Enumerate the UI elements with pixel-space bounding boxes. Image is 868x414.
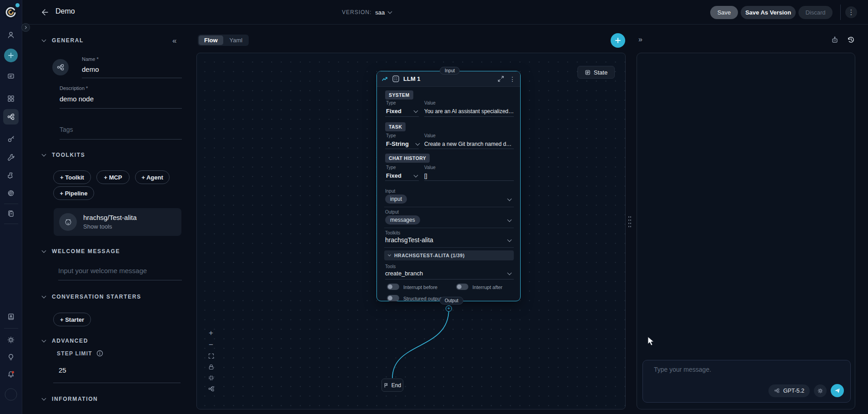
task-type-select[interactable]: F-String — [386, 140, 409, 147]
create-new-button[interactable] — [4, 49, 18, 62]
notification-dot — [12, 371, 14, 373]
node-menu-icon[interactable]: ⋮ — [509, 75, 516, 83]
assistant-icon[interactable] — [831, 36, 839, 44]
tab-flow[interactable]: Flow — [199, 35, 223, 45]
sidebar-item-collections[interactable] — [7, 189, 15, 197]
section-general-label: GENERAL — [52, 37, 84, 44]
chevron-down-icon[interactable] — [507, 197, 512, 201]
node-input-handle[interactable]: Input — [440, 67, 460, 75]
section-information[interactable]: INFORMATION — [42, 396, 98, 402]
sidebar-item-artifacts[interactable] — [7, 209, 15, 218]
config-sidebar: « GENERAL Name * Description * TOOLKITS … — [22, 25, 191, 414]
toolkit-group-header[interactable]: HRACHSGTEST-ALITA (1/39) — [384, 250, 514, 260]
section-information-label: INFORMATION — [52, 396, 98, 402]
sidebar-item-chats[interactable] — [7, 72, 15, 80]
add-toolkit-button[interactable]: + Toolkit — [53, 170, 91, 184]
show-tools-link[interactable]: Show tools — [83, 223, 112, 230]
sidebar-item-apps[interactable] — [7, 95, 15, 103]
send-button[interactable] — [831, 384, 844, 397]
chevron-down-icon[interactable] — [414, 173, 418, 178]
interrupt-before-toggle[interactable] — [387, 284, 399, 290]
back-button[interactable] — [38, 6, 50, 18]
save-button[interactable]: Save — [710, 6, 738, 19]
structured-output-toggle[interactable] — [387, 295, 399, 301]
fit-view-button[interactable] — [208, 374, 215, 381]
chevron-down-icon[interactable] — [414, 109, 418, 113]
system-value-field[interactable]: You are an AI assistant specialized in … — [424, 108, 514, 115]
state-button[interactable]: State — [577, 66, 615, 79]
history-icon[interactable] — [847, 35, 855, 44]
sidebar-item-profile[interactable] — [7, 31, 15, 39]
tools-select[interactable]: create_branch — [385, 270, 423, 277]
save-as-version-button[interactable]: Save As Version — [741, 6, 796, 19]
step-limit-field[interactable] — [59, 366, 177, 374]
chevron-down-icon[interactable] — [416, 141, 420, 146]
tags-field[interactable] — [60, 126, 180, 133]
chevron-down-icon[interactable] — [507, 218, 512, 222]
welcome-message-field[interactable] — [58, 267, 180, 274]
auto-layout-button[interactable] — [208, 385, 215, 392]
description-field[interactable] — [60, 95, 180, 103]
section-conversation-starters[interactable]: CONVERSATION STARTERS — [42, 294, 141, 300]
toolkit-card[interactable]: hrachsg/Test-alita Show tools — [54, 208, 181, 236]
app-logo[interactable] — [3, 5, 19, 20]
sidebar-item-knowledge[interactable] — [7, 313, 15, 321]
chevron-down-icon[interactable] — [507, 238, 512, 242]
discard-button[interactable]: Discard — [798, 6, 833, 19]
version-dropdown-chevron-icon[interactable] — [388, 9, 392, 14]
end-node[interactable]: End — [381, 379, 403, 392]
sidebar-item-integrations[interactable] — [7, 171, 15, 180]
section-advanced[interactable]: ADVANCED — [42, 338, 88, 344]
notifications-button[interactable] — [7, 370, 15, 379]
name-field[interactable] — [82, 65, 180, 73]
add-mcp-button[interactable]: + MCP — [96, 170, 130, 184]
user-avatar[interactable] — [5, 389, 17, 401]
info-icon[interactable] — [96, 350, 103, 357]
book-sparkle-icon — [7, 313, 15, 321]
chat-settings-button[interactable] — [814, 384, 827, 397]
section-general[interactable]: GENERAL — [42, 37, 84, 44]
lock-button[interactable] — [208, 364, 215, 370]
section-toolkits[interactable]: TOOLKITS — [42, 152, 85, 158]
system-type-select[interactable]: Fixed — [386, 108, 401, 115]
panel-resize-handle[interactable] — [628, 215, 632, 227]
model-selector[interactable]: GPT-5.2 — [768, 384, 810, 397]
zoom-in-button[interactable]: + — [209, 329, 213, 337]
sidebar-item-settings[interactable] — [7, 336, 15, 344]
zoom-out-button[interactable]: − — [209, 341, 213, 349]
chat-history-area[interactable] — [637, 53, 855, 353]
node-underline — [385, 149, 419, 149]
section-welcome-message[interactable]: WELCOME MESSAGE — [42, 248, 120, 254]
chat-history-type-select[interactable]: Fixed — [386, 172, 401, 179]
interrupt-after-toggle[interactable] — [456, 284, 468, 290]
sidebar-collapse-button[interactable]: « — [172, 36, 176, 45]
interrupt-before-label: Interrupt before — [403, 284, 437, 290]
fullscreen-button[interactable] — [208, 353, 215, 359]
more-options-button[interactable]: ⋮ — [845, 6, 857, 18]
node-toolkits-select[interactable]: hrachsgTest-alita — [385, 236, 433, 244]
expand-node-icon[interactable] — [498, 76, 504, 82]
add-starter-button[interactable]: + Starter — [53, 313, 91, 326]
chat-panel-collapse-button[interactable]: » — [638, 35, 642, 44]
add-pipeline-button[interactable]: + Pipeline — [53, 186, 94, 200]
field-underline — [60, 139, 182, 140]
chevron-down-icon[interactable] — [507, 271, 512, 275]
add-node-button[interactable] — [611, 33, 625, 48]
llm-node[interactable]: Input LLM 1 ⋮ SYSTEM Type Fixed Value Yo… — [376, 71, 521, 301]
node-input-chip[interactable]: input — [385, 195, 407, 204]
add-agent-button[interactable]: + Agent — [135, 170, 170, 184]
node-output-chip[interactable]: messages — [385, 215, 420, 224]
task-value-field[interactable]: Create a new Git branch named demo. — [424, 141, 514, 147]
output-port[interactable]: + — [446, 305, 452, 312]
chat-message-input[interactable] — [654, 366, 840, 373]
chat-history-value-field[interactable]: [] — [424, 173, 427, 179]
node-output-handle[interactable]: Output — [440, 297, 463, 304]
tab-yaml[interactable]: Yaml — [224, 35, 248, 45]
sidebar-item-ideas[interactable] — [7, 353, 15, 361]
chat-history-value-label: Value — [424, 165, 436, 170]
chat-input-card[interactable]: GPT-5.2 — [642, 360, 851, 403]
sidebar-item-toolkits[interactable] — [7, 153, 15, 161]
sidebar-item-credentials[interactable] — [7, 135, 15, 143]
sidebar-item-flows-active[interactable] — [3, 109, 19, 125]
sidebar-expand-button[interactable] — [21, 23, 30, 32]
